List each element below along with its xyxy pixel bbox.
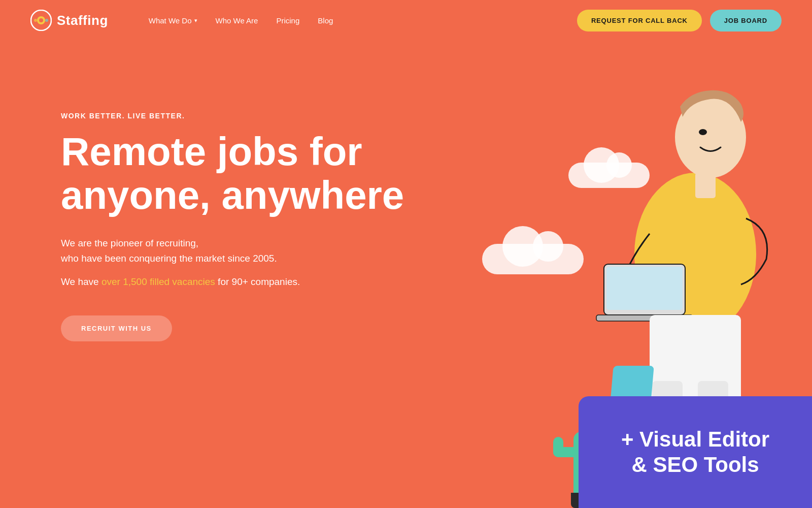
recruit-with-us-button[interactable]: RECRUIT WITH US	[61, 315, 172, 341]
logo-icon	[30, 10, 52, 31]
svg-point-3	[34, 19, 37, 22]
hero-vacancies: We have over 1,500 filled vacancies for …	[61, 274, 404, 290]
promo-text: + Visual Editor& SEO Tools	[611, 417, 780, 488]
promo-banner[interactable]: + Visual Editor& SEO Tools	[579, 396, 812, 508]
svg-point-7	[699, 129, 707, 135]
nav-who-we-are[interactable]: Who We Are	[216, 16, 258, 25]
vacancies-highlight: over 1,500 filled vacancies	[101, 276, 215, 287]
logo-brand-name: Staffing	[57, 13, 108, 28]
chevron-down-icon: ▾	[194, 17, 197, 24]
cactus-arm-left	[553, 447, 579, 457]
person-illustration	[558, 66, 792, 422]
svg-rect-10	[606, 267, 683, 310]
nav-links: What We Do ▾ Who We Are Pricing Blog	[149, 16, 577, 25]
hero-content: WORK BETTER. LIVE BETTER. Remote jobs fo…	[61, 112, 404, 341]
hero-title-line2: anyone, anywhere	[61, 173, 404, 217]
svg-rect-8	[695, 173, 716, 198]
job-board-button[interactable]: JOB BOARD	[710, 10, 782, 31]
request-callback-button[interactable]: REQUEST FOR CALL BACK	[577, 10, 702, 31]
nav-blog[interactable]: Blog	[318, 16, 333, 25]
hero-subtitle: WORK BETTER. LIVE BETTER.	[61, 112, 404, 120]
svg-point-2	[39, 18, 43, 22]
navbar: Staffing What We Do ▾ Who We Are Pricing…	[0, 0, 812, 41]
nav-buttons: REQUEST FOR CALL BACK JOB BOARD	[577, 10, 782, 31]
hero-title: Remote jobs for anyone, anywhere	[61, 130, 404, 217]
hero-section: WORK BETTER. LIVE BETTER. Remote jobs fo…	[0, 41, 812, 508]
logo[interactable]: Staffing	[30, 10, 108, 31]
svg-point-4	[45, 19, 48, 22]
nav-pricing[interactable]: Pricing	[276, 16, 299, 25]
hero-desc-line1: We are the pioneer of recruiting, who ha…	[61, 236, 304, 267]
hero-title-line1: Remote jobs for	[61, 129, 362, 174]
nav-what-we-do[interactable]: What We Do ▾	[149, 16, 197, 25]
